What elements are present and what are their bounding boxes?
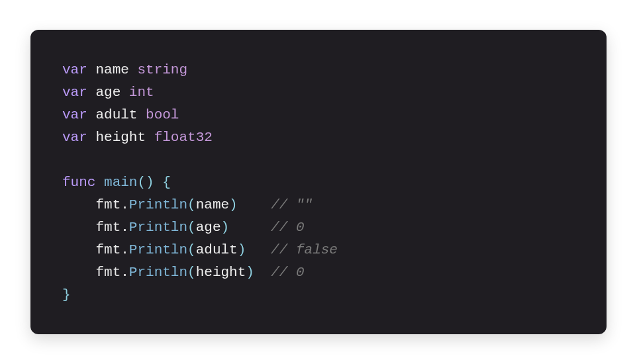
keyword-func: func — [62, 175, 95, 190]
stmt-line: fmt.Println(name) // "" — [62, 194, 575, 216]
decl-line: var age int — [62, 81, 575, 104]
identifier: adult — [95, 107, 137, 122]
method: Println — [129, 242, 187, 257]
gap — [229, 220, 271, 235]
comment-prefix: // — [271, 265, 296, 280]
close-brace: } — [62, 287, 71, 302]
close-paren: ) — [238, 242, 246, 257]
gap — [246, 242, 271, 257]
open-paren: ( — [187, 197, 196, 212]
decl-line: var name string — [62, 59, 575, 81]
identifier: age — [95, 85, 121, 100]
gap — [254, 265, 271, 280]
dot: . — [121, 220, 129, 235]
open-paren: ( — [187, 220, 196, 235]
close-paren: ) — [229, 197, 238, 212]
func-name: main — [104, 175, 137, 190]
comment-value: 0 — [296, 265, 305, 280]
comment-value: 0 — [296, 220, 305, 235]
arg: age — [196, 220, 221, 235]
identifier: height — [95, 130, 146, 145]
method: Println — [129, 197, 187, 212]
indent — [62, 265, 95, 280]
indent — [62, 197, 95, 212]
dot: . — [121, 197, 129, 212]
close-paren: ) — [220, 220, 229, 235]
comment-value: "" — [296, 197, 313, 212]
type: string — [137, 62, 187, 77]
indent — [62, 220, 95, 235]
stmt-line: fmt.Println(adult) // false — [62, 239, 575, 261]
indent — [62, 242, 95, 257]
open-brace: { — [154, 175, 171, 190]
dot: . — [121, 265, 129, 280]
dot: . — [121, 242, 129, 257]
keyword-var: var — [62, 85, 87, 100]
type: bool — [146, 107, 179, 122]
method: Println — [129, 265, 187, 280]
keyword-var: var — [62, 62, 87, 77]
comment-prefix: // — [271, 242, 296, 257]
type: float32 — [154, 130, 213, 145]
arg: adult — [196, 242, 238, 257]
comment-prefix: // — [271, 197, 296, 212]
func-signature-line: func main() { — [62, 171, 575, 194]
gap — [238, 197, 271, 212]
package: fmt — [95, 242, 121, 257]
package: fmt — [95, 220, 121, 235]
keyword-var: var — [62, 130, 87, 145]
method: Println — [129, 220, 187, 235]
close-brace-line: } — [62, 284, 575, 306]
package: fmt — [95, 265, 121, 280]
stmt-line: fmt.Println(age) // 0 — [62, 216, 575, 239]
identifier: name — [95, 62, 128, 77]
arg: height — [196, 265, 246, 280]
arg: name — [196, 197, 229, 212]
package: fmt — [95, 197, 121, 212]
parens: () — [137, 175, 154, 190]
stmt-line: fmt.Println(height) // 0 — [62, 261, 575, 284]
code-block: var name string var age int var adult bo… — [30, 30, 607, 334]
type: int — [129, 85, 154, 100]
comment-value: false — [296, 242, 338, 257]
comment-prefix: // — [271, 220, 296, 235]
decl-line: var adult bool — [62, 104, 575, 126]
open-paren: ( — [187, 242, 196, 257]
open-paren: ( — [187, 265, 196, 280]
blank-line — [62, 149, 575, 171]
decl-line: var height float32 — [62, 126, 575, 149]
close-paren: ) — [246, 265, 254, 280]
keyword-var: var — [62, 107, 87, 122]
